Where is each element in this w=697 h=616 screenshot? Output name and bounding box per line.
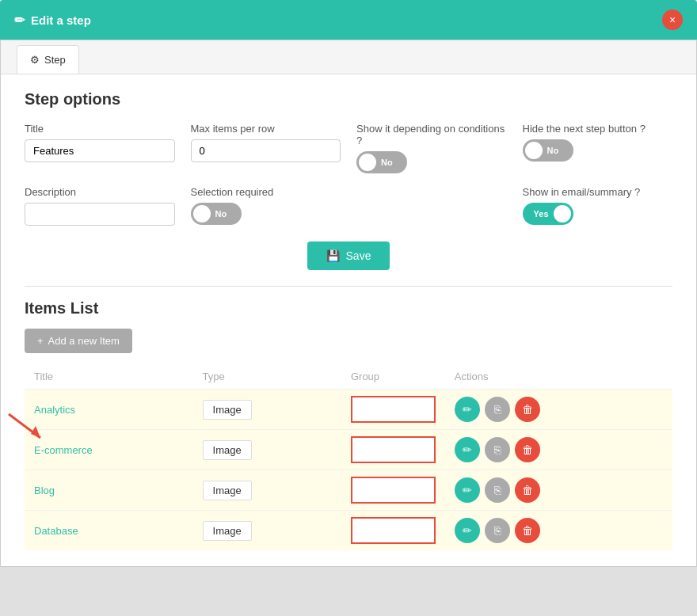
show-email-toggle-container: Yes bbox=[523, 203, 673, 225]
delete-button[interactable]: 🗑 bbox=[515, 477, 540, 503]
col-type: Type bbox=[193, 364, 341, 390]
row-title-cell: Analytics bbox=[25, 390, 193, 430]
title-label: Title bbox=[25, 123, 175, 135]
item-title-link[interactable]: Blog bbox=[34, 485, 55, 496]
max-items-label: Max items per row bbox=[191, 123, 341, 135]
modal-wrapper: ✏ Edit a step × ⚙ Step Step options Titl… bbox=[0, 0, 697, 616]
selection-required-group: Selection required No bbox=[191, 186, 341, 226]
edit-button[interactable]: ✏ bbox=[455, 397, 480, 422]
row-title-cell: Blog bbox=[25, 470, 193, 511]
table-header-row: Title Type Group Actions bbox=[25, 364, 672, 390]
col-group: Group bbox=[341, 364, 445, 390]
gear-tab-icon: ⚙ bbox=[30, 54, 40, 66]
row-actions-cell: ✏ ⎘ 🗑 bbox=[445, 430, 672, 470]
row-actions-cell: ✏ ⎘ 🗑 bbox=[445, 390, 672, 430]
table-row: E-commerce Image ✏ ⎘ bbox=[25, 430, 672, 470]
modal-title: Edit a step bbox=[31, 13, 91, 27]
add-item-button[interactable]: + Add a new Item bbox=[25, 329, 132, 353]
max-items-field-group: Max items per row bbox=[191, 123, 341, 173]
hide-next-step-knob bbox=[525, 142, 543, 159]
table-row: Blog Image ✏ ⎘ bbox=[25, 470, 672, 511]
save-button[interactable]: 💾 Save bbox=[307, 241, 390, 270]
row-title-cell: E-commerce bbox=[25, 430, 193, 470]
group-input-cell bbox=[351, 477, 436, 504]
modal-header: ✏ Edit a step × bbox=[0, 0, 697, 40]
item-title-link[interactable]: E-commerce bbox=[34, 444, 93, 456]
tab-step-label: Step bbox=[44, 54, 66, 66]
save-icon: 💾 bbox=[326, 249, 340, 262]
item-type-badge: Image bbox=[203, 521, 252, 541]
table-body: Analytics Image ✏ ⎘ bbox=[25, 390, 672, 551]
group-input-cell bbox=[351, 517, 436, 544]
col-title: Title bbox=[25, 364, 193, 390]
add-item-label: Add a new Item bbox=[48, 335, 120, 347]
tab-bar: ⚙ Step bbox=[1, 40, 696, 74]
empty-spacer-1 bbox=[356, 186, 507, 226]
row-group-cell bbox=[341, 470, 445, 511]
item-type-badge: Image bbox=[203, 481, 252, 500]
edit-icon: ✏ bbox=[14, 13, 25, 28]
copy-button[interactable]: ⎘ bbox=[485, 397, 510, 422]
svg-marker-1 bbox=[31, 426, 40, 438]
title-input[interactable] bbox=[25, 139, 175, 162]
edit-button[interactable]: ✏ bbox=[455, 518, 480, 543]
show-email-toggle[interactable]: Yes bbox=[523, 203, 573, 225]
show-depending-knob bbox=[359, 154, 376, 171]
content-area: Step options Title Max items per row Sho… bbox=[1, 74, 696, 566]
hide-next-step-label: Hide the next step button ? bbox=[523, 123, 673, 135]
copy-button[interactable]: ⎘ bbox=[485, 477, 510, 503]
show-email-group: Show in email/summary ? Yes bbox=[523, 186, 673, 226]
plus-icon: + bbox=[37, 335, 44, 347]
description-label: Description bbox=[25, 186, 175, 198]
items-table: Title Type Group Actions Analytics bbox=[25, 364, 672, 550]
delete-button[interactable]: 🗑 bbox=[515, 437, 540, 462]
tab-step[interactable]: ⚙ Step bbox=[17, 45, 79, 74]
show-depending-group: Show it depending on conditions ? No bbox=[356, 123, 507, 173]
delete-button[interactable]: 🗑 bbox=[515, 518, 540, 543]
hide-next-step-toggle-label: No bbox=[543, 146, 564, 155]
max-items-input[interactable] bbox=[191, 139, 341, 162]
section-divider bbox=[25, 286, 672, 287]
modal-title-container: ✏ Edit a step bbox=[14, 13, 91, 28]
hide-next-step-toggle[interactable]: No bbox=[523, 139, 573, 162]
modal-body: ⚙ Step Step options Title Max items per … bbox=[0, 40, 697, 567]
selection-required-toggle-container: No bbox=[191, 203, 341, 225]
form-grid: Title Max items per row Show it dependin… bbox=[25, 123, 672, 226]
row-type-cell: Image bbox=[193, 511, 341, 551]
edit-button[interactable]: ✏ bbox=[455, 477, 480, 503]
row-type-cell: Image bbox=[193, 390, 341, 430]
copy-button[interactable]: ⎘ bbox=[485, 437, 510, 462]
save-button-container: 💾 Save bbox=[25, 241, 672, 270]
show-email-knob bbox=[554, 205, 571, 222]
item-type-badge: Image bbox=[203, 440, 252, 460]
description-input[interactable] bbox=[25, 203, 175, 226]
row-group-cell bbox=[341, 511, 445, 551]
row-group-cell bbox=[341, 430, 445, 470]
show-email-label: Show in email/summary ? bbox=[523, 186, 673, 198]
action-buttons-container: ✏ ⎘ 🗑 bbox=[455, 437, 663, 462]
action-buttons-container: ✏ ⎘ 🗑 bbox=[455, 397, 663, 422]
arrow-indicator bbox=[1, 410, 48, 444]
show-depending-label: Show it depending on conditions ? bbox=[356, 123, 507, 146]
hide-next-step-group: Hide the next step button ? No bbox=[523, 123, 673, 173]
modal-close-button[interactable]: × bbox=[662, 10, 683, 30]
group-input-cell bbox=[351, 436, 436, 463]
show-depending-toggle-label: No bbox=[376, 158, 398, 167]
item-title-link[interactable]: Database bbox=[34, 525, 78, 537]
table-row: Analytics Image ✏ ⎘ bbox=[25, 390, 672, 430]
items-list-heading: Items List bbox=[25, 299, 672, 318]
show-depending-toggle-container: No bbox=[356, 151, 507, 173]
delete-button[interactable]: 🗑 bbox=[515, 397, 540, 422]
row-group-cell bbox=[341, 390, 445, 430]
save-button-label: Save bbox=[346, 249, 371, 262]
copy-button[interactable]: ⎘ bbox=[485, 518, 510, 543]
group-input-cell bbox=[351, 396, 436, 423]
row-actions-cell: ✏ ⎘ 🗑 bbox=[445, 511, 672, 551]
selection-required-toggle[interactable]: No bbox=[191, 203, 242, 225]
show-depending-toggle[interactable]: No bbox=[356, 151, 407, 173]
description-field-group: Description bbox=[25, 186, 175, 226]
hide-next-step-toggle-container: No bbox=[523, 139, 673, 162]
action-buttons-container: ✏ ⎘ 🗑 bbox=[455, 518, 663, 543]
step-options-heading: Step options bbox=[25, 90, 672, 108]
edit-button[interactable]: ✏ bbox=[455, 437, 480, 462]
